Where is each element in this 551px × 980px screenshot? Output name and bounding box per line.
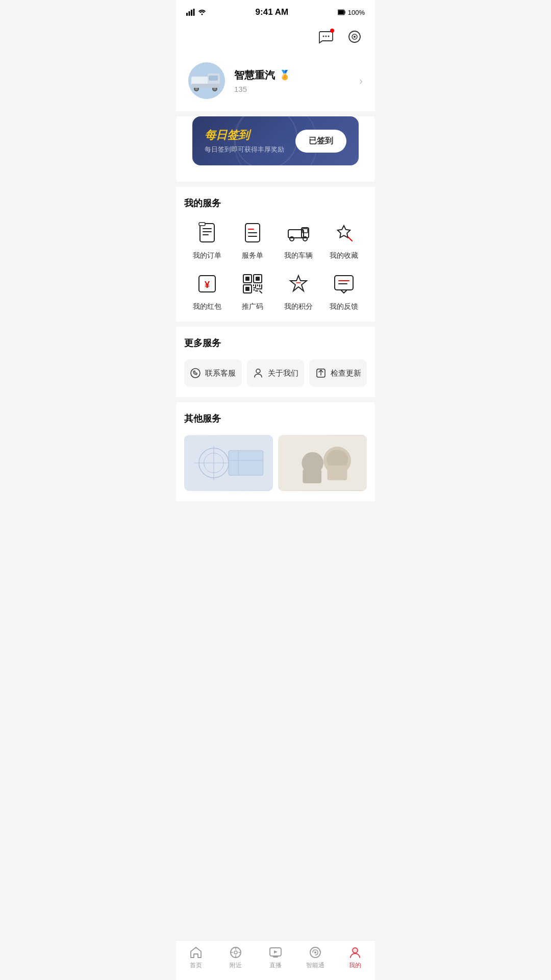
feedback-icon — [331, 271, 357, 297]
svg-point-9 — [328, 36, 330, 37]
my-services-title: 我的服务 — [184, 197, 367, 209]
nav-profile-label: 我的 — [349, 961, 361, 970]
svg-point-90 — [353, 948, 358, 953]
svg-marker-85 — [274, 950, 278, 953]
service-item-qrcode[interactable]: 推广码 — [230, 271, 276, 311]
profile-name-text: 智慧重汽 — [234, 68, 275, 82]
service-item-feedback[interactable]: 我的反馈 — [321, 271, 367, 311]
update-icon — [315, 368, 327, 379]
service-label-qrcode: 推广码 — [242, 302, 263, 311]
svg-rect-77 — [303, 470, 321, 483]
my-services-section: 我的服务 我的订单 — [176, 187, 375, 322]
profile-arrow-icon[interactable]: › — [359, 75, 363, 87]
checkin-subtitle: 每日签到即可获得丰厚奖励 — [205, 145, 284, 154]
status-bar: 9:41 AM 100% — [176, 0, 375, 21]
more-services-title: 更多服务 — [184, 337, 367, 349]
service-item-redpacket[interactable]: ¥ 我的红包 — [184, 271, 230, 311]
bottom-nav: 首页 附近 直播 — [176, 940, 375, 980]
svg-line-36 — [348, 237, 352, 241]
svg-point-7 — [323, 36, 324, 37]
more-service-customer[interactable]: 联系客服 — [184, 359, 242, 387]
service-item-favorite[interactable]: 我的收藏 — [321, 219, 367, 260]
more-service-update[interactable]: 检查更新 — [309, 359, 367, 387]
nav-ai[interactable]: 智能通 — [300, 946, 331, 970]
order-icon — [194, 219, 220, 246]
service-order-icon — [239, 219, 266, 246]
message-badge — [330, 29, 334, 33]
other-service-card-right[interactable] — [278, 435, 367, 491]
svg-point-4 — [202, 14, 203, 15]
more-service-about[interactable]: 关于我们 — [247, 359, 305, 387]
svg-text:¥: ¥ — [205, 280, 210, 290]
svg-rect-2 — [191, 10, 192, 16]
camera-button[interactable] — [344, 27, 365, 47]
nav-live[interactable]: 直播 — [260, 946, 291, 970]
nav-nearby[interactable]: 附近 — [220, 946, 251, 970]
svg-rect-22 — [200, 224, 214, 242]
battery-info: 100% — [338, 9, 365, 16]
more-service-label-update: 检查更新 — [331, 369, 361, 378]
more-services-grid: 联系客服 关于我们 — [184, 359, 367, 387]
svg-rect-57 — [335, 276, 353, 290]
svg-rect-0 — [186, 13, 188, 16]
avatar — [188, 62, 225, 99]
nearby-icon — [229, 946, 242, 959]
top-action-bar — [176, 21, 375, 52]
service-label-points: 我的积分 — [284, 302, 313, 311]
svg-rect-69 — [229, 451, 263, 475]
checkin-text: 每日签到 每日签到即可获得丰厚奖励 — [205, 128, 284, 154]
service-item-points[interactable]: 我的积分 — [276, 271, 321, 311]
favorite-icon — [331, 219, 357, 246]
message-button[interactable] — [316, 27, 336, 47]
svg-point-61 — [256, 369, 260, 373]
phone-icon — [190, 368, 201, 379]
more-service-label-customer: 联系客服 — [205, 369, 236, 378]
checkin-button[interactable]: 已签到 — [295, 130, 346, 153]
svg-point-8 — [325, 36, 327, 37]
nav-profile[interactable]: 我的 — [340, 946, 370, 970]
crown-badge: 🏅 — [279, 69, 290, 81]
other-service-card-left[interactable] — [184, 435, 273, 491]
checkin-banner: 每日签到 每日签到即可获得丰厚奖励 已签到 — [192, 116, 359, 165]
qrcode-icon — [239, 271, 266, 297]
vehicle-icon — [285, 219, 312, 246]
checkin-title: 每日签到 — [205, 128, 284, 143]
profile-info: 智慧重汽 🏅 135 — [234, 68, 350, 93]
service-label-order: 我的订单 — [193, 251, 221, 260]
about-icon — [253, 368, 264, 379]
svg-rect-21 — [191, 84, 220, 88]
profile-id: 135 — [234, 85, 350, 93]
other-services-section: 其他服务 — [176, 402, 375, 501]
ai-icon — [309, 946, 322, 959]
svg-point-88 — [314, 951, 316, 953]
profile-section: 智慧重汽 🏅 135 › — [176, 52, 375, 111]
svg-rect-75 — [328, 465, 347, 480]
other-services-title: 其他服务 — [184, 412, 367, 425]
points-icon — [285, 271, 312, 297]
redpacket-icon: ¥ — [194, 271, 220, 297]
nav-ai-label: 智能通 — [306, 961, 324, 970]
svg-point-79 — [234, 951, 237, 954]
home-icon — [189, 946, 203, 959]
svg-rect-1 — [189, 11, 190, 16]
nav-home-label: 首页 — [190, 961, 202, 970]
nav-home[interactable]: 首页 — [181, 946, 211, 970]
svg-rect-6 — [338, 10, 344, 14]
service-label-feedback: 我的反馈 — [330, 302, 358, 311]
service-item-order[interactable]: 我的订单 — [184, 219, 230, 260]
svg-rect-3 — [193, 9, 195, 16]
nav-live-label: 直播 — [269, 961, 282, 970]
more-services-section: 更多服务 联系客服 — [176, 327, 375, 397]
my-services-grid: 我的订单 服务单 — [184, 219, 367, 311]
service-label-vehicle: 我的车辆 — [284, 251, 313, 260]
service-label-redpacket: 我的红包 — [193, 302, 221, 311]
svg-rect-42 — [256, 277, 260, 281]
status-time: 9:41 AM — [256, 7, 289, 17]
svg-line-55 — [260, 291, 262, 293]
service-item-service-order[interactable]: 服务单 — [230, 219, 276, 260]
service-item-vehicle[interactable]: 我的车辆 — [276, 219, 321, 260]
svg-rect-26 — [199, 223, 205, 226]
svg-rect-16 — [209, 76, 218, 81]
svg-rect-44 — [245, 287, 249, 291]
more-service-label-about: 关于我们 — [268, 369, 298, 378]
